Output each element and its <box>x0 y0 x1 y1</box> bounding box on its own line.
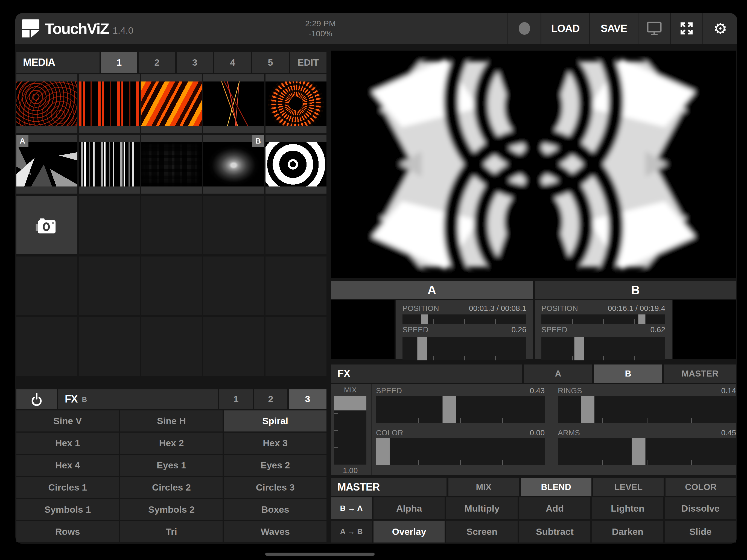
blend-direction-b-to-a[interactable]: B → A <box>331 498 372 519</box>
fx-effect-circles-2[interactable]: Circles 2 <box>120 477 223 498</box>
blend-mode-alpha[interactable]: Alpha <box>374 498 445 519</box>
deck-b-position-handle[interactable] <box>638 314 645 324</box>
deck-b-position-slider[interactable] <box>541 314 665 324</box>
external-display-button[interactable] <box>638 13 670 44</box>
media-empty-slot[interactable] <box>141 317 202 376</box>
fx-target-tab-b[interactable]: B <box>594 364 662 383</box>
fx-bank-tab-2[interactable]: 2 <box>254 389 287 409</box>
fx-effect-boxes[interactable]: Boxes <box>224 499 327 520</box>
fx-effect-circles-1[interactable]: Circles 1 <box>17 477 119 498</box>
media-thumb-light-streaks[interactable] <box>203 74 264 133</box>
media-empty-slot[interactable] <box>17 256 77 315</box>
media-bank-tab-4[interactable]: 4 <box>214 52 251 73</box>
master-tab-mix[interactable]: MIX <box>448 478 519 496</box>
media-empty-slot[interactable] <box>141 196 202 254</box>
blend-mode-slide[interactable]: Slide <box>665 520 736 542</box>
blend-mode-darken[interactable]: Darken <box>592 520 663 542</box>
fx-effect-symbols-2[interactable]: Symbols 2 <box>120 499 223 520</box>
media-empty-slot[interactable] <box>203 196 264 254</box>
deck-a-header[interactable]: A <box>331 281 533 299</box>
deck-a-speed-slider[interactable] <box>403 337 526 360</box>
camera-input-slot[interactable] <box>17 196 77 254</box>
media-empty-slot[interactable] <box>203 317 264 376</box>
fx-color-slider[interactable] <box>376 438 545 465</box>
media-edit-button[interactable]: EDIT <box>290 52 327 73</box>
media-thumb-gray-stripes[interactable] <box>79 135 140 194</box>
fx-effect-hex-1[interactable]: Hex 1 <box>17 433 119 454</box>
master-tab-color[interactable]: COLOR <box>666 478 736 496</box>
media-bank-tab-3[interactable]: 3 <box>177 52 213 73</box>
media-empty-slot[interactable] <box>265 256 327 315</box>
fx-power-button[interactable] <box>17 389 57 409</box>
fx-effect-waves[interactable]: Waves <box>224 521 327 542</box>
fx-mix-handle[interactable] <box>334 396 366 410</box>
fx-effect-eyes-2[interactable]: Eyes 2 <box>224 455 327 476</box>
fx-rings-handle[interactable] <box>581 396 594 423</box>
media-empty-slot[interactable] <box>265 196 327 254</box>
save-button[interactable]: SAVE <box>589 13 638 44</box>
media-empty-slot[interactable] <box>79 256 140 315</box>
fx-arms-handle[interactable] <box>632 438 646 465</box>
media-thumb-inkblot-deck-b[interactable]: B <box>203 135 264 194</box>
media-thumb-triangles-deck-a[interactable]: A <box>17 135 77 194</box>
fx-effect-rows[interactable]: Rows <box>17 521 119 542</box>
fx-effect-sine-v[interactable]: Sine V <box>17 410 119 432</box>
fx-bank-tab-3[interactable]: 3 <box>289 389 327 409</box>
media-thumb-red-rings[interactable] <box>17 74 77 133</box>
fx-mix-slider[interactable] <box>334 396 366 464</box>
fx-speed-slider[interactable] <box>376 396 545 423</box>
media-empty-slot[interactable] <box>203 256 264 315</box>
deck-a-position-handle[interactable] <box>421 314 428 324</box>
fx-effect-sine-h[interactable]: Sine H <box>120 410 223 432</box>
media-thumb-red-bars[interactable] <box>79 74 140 133</box>
fx-speed-handle[interactable] <box>443 396 456 423</box>
fx-effect-tri[interactable]: Tri <box>120 521 223 542</box>
fx-effect-spiral[interactable]: Spiral <box>224 410 327 432</box>
media-thumb-orange-diagonals[interactable] <box>141 74 202 133</box>
fx-bank-tab-1[interactable]: 1 <box>219 389 253 409</box>
fx-color-handle[interactable] <box>376 438 390 465</box>
media-empty-slot[interactable] <box>79 196 140 254</box>
media-bank-tab-5[interactable]: 5 <box>252 52 288 73</box>
fx-effect-symbols-1[interactable]: Symbols 1 <box>17 499 119 520</box>
fx-arms-slider[interactable] <box>558 438 736 465</box>
fullscreen-button[interactable] <box>670 13 702 44</box>
media-empty-slot[interactable] <box>141 256 202 315</box>
blend-mode-dissolve[interactable]: Dissolve <box>665 498 736 519</box>
media-bank-tab-1[interactable]: 1 <box>101 52 137 73</box>
master-tab-blend[interactable]: BLEND <box>521 478 591 496</box>
deck-b-speed-handle[interactable] <box>574 337 584 360</box>
deck-a-speed-handle[interactable] <box>417 337 427 360</box>
media-thumb-sunburst[interactable] <box>265 74 327 133</box>
fx-effect-eyes-1[interactable]: Eyes 1 <box>120 455 223 476</box>
fx-target-tab-a[interactable]: A <box>524 364 592 383</box>
fx-effect-hex-3[interactable]: Hex 3 <box>224 433 327 454</box>
deck-b-speed-slider[interactable] <box>541 337 665 360</box>
blend-mode-overlay[interactable]: Overlay <box>374 520 445 542</box>
fx-effect-circles-3[interactable]: Circles 3 <box>224 477 327 498</box>
fx-rings-slider[interactable] <box>558 396 736 423</box>
blend-mode-multiply[interactable]: Multiply <box>446 498 517 519</box>
fx-target-tab-master[interactable]: MASTER <box>664 364 736 383</box>
blend-mode-subtract[interactable]: Subtract <box>519 520 590 542</box>
master-tab-level[interactable]: LEVEL <box>593 478 664 496</box>
blend-mode-add[interactable]: Add <box>519 498 590 519</box>
deck-a-position-slider[interactable] <box>403 314 526 324</box>
load-button[interactable]: LOAD <box>541 13 589 44</box>
blend-mode-lighten[interactable]: Lighten <box>592 498 663 519</box>
deck-a-clip-thumbnail[interactable] <box>331 300 394 359</box>
output-preview[interactable] <box>331 51 736 278</box>
fx-effect-hex-4[interactable]: Hex 4 <box>17 455 119 476</box>
blend-mode-screen[interactable]: Screen <box>446 520 517 542</box>
media-empty-slot[interactable] <box>265 317 327 376</box>
home-indicator[interactable] <box>265 553 375 556</box>
media-empty-slot[interactable] <box>17 317 77 376</box>
media-thumb-target-circles[interactable] <box>265 135 327 194</box>
deck-b-clip-thumbnail[interactable] <box>673 300 736 359</box>
blend-direction-a-to-b[interactable]: A → B <box>331 520 372 542</box>
media-bank-tab-2[interactable]: 2 <box>138 52 175 73</box>
record-button[interactable] <box>508 13 541 44</box>
media-empty-slot[interactable] <box>79 317 140 376</box>
fx-effect-hex-2[interactable]: Hex 2 <box>120 433 223 454</box>
settings-button[interactable]: ⚙ <box>702 13 737 44</box>
